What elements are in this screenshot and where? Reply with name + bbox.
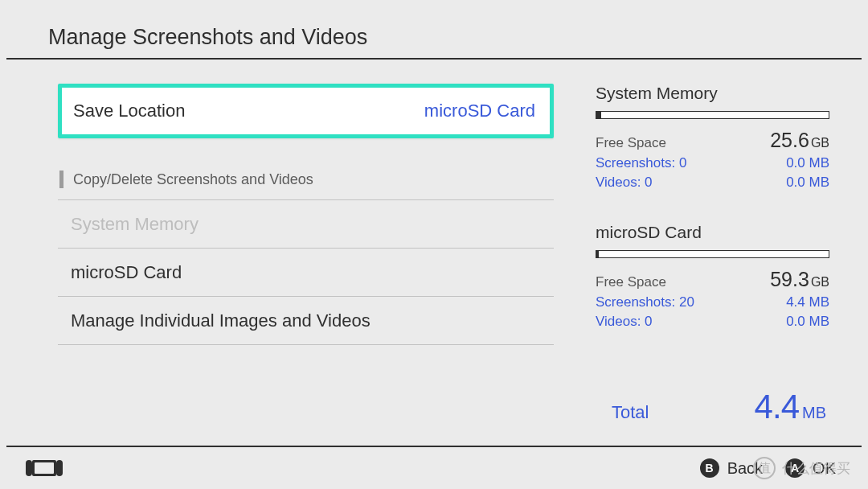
screenshots-row: Screenshots: 20 4.4 MB <box>596 294 829 310</box>
section-caption-text: Copy/Delete Screenshots and Videos <box>73 171 313 188</box>
a-button-label: OK <box>813 459 836 478</box>
storage-system-memory: System Memory Free Space 25.6GB Screensh… <box>596 84 829 191</box>
section-caption-bar-icon <box>59 171 63 188</box>
videos-row: Videos: 0 0.0 MB <box>596 314 829 330</box>
videos-key: Videos: 0 <box>596 314 653 330</box>
videos-val: 0.0 MB <box>786 314 829 330</box>
free-space-num: 59.3 <box>770 268 809 290</box>
footer-bar: B Back A OK <box>26 447 836 489</box>
page-title-text: Manage Screenshots and Videos <box>48 25 367 50</box>
videos-row: Videos: 0 0.0 MB <box>596 175 829 191</box>
page-title: Manage Screenshots and Videos <box>48 16 820 58</box>
menu-item-microsd[interactable]: microSD Card <box>58 249 554 297</box>
free-space-num: 25.6 <box>770 129 809 151</box>
screenshots-row: Screenshots: 0 0.0 MB <box>596 155 829 171</box>
screenshots-key: Screenshots: 20 <box>596 294 694 310</box>
screenshots-val: 0.0 MB <box>786 155 829 171</box>
videos-val: 0.0 MB <box>786 175 829 191</box>
left-column: Save Location microSD Card Copy/Delete S… <box>58 84 554 431</box>
free-space-unit: GB <box>811 136 829 150</box>
footer-buttons: B Back A OK <box>700 458 836 478</box>
svg-rect-1 <box>35 462 54 474</box>
svg-rect-2 <box>26 460 32 476</box>
save-location-row[interactable]: Save Location microSD Card <box>58 84 554 138</box>
free-space-label: Free Space <box>596 135 666 151</box>
menu-item-system-memory: System Memory <box>58 200 554 249</box>
storage-microsd: microSD Card Free Space 59.3GB Screensho… <box>596 223 829 330</box>
free-space-value: 59.3GB <box>770 268 829 291</box>
screenshots-val: 4.4 MB <box>786 294 829 310</box>
total-unit: MB <box>802 404 826 421</box>
menu-item-manage-individual[interactable]: Manage Individual Images and Videos <box>58 297 554 345</box>
free-space-row: Free Space 59.3GB <box>596 268 829 291</box>
section-caption: Copy/Delete Screenshots and Videos <box>58 171 554 200</box>
storage-bar-fill <box>596 251 599 257</box>
main-body: Save Location microSD Card Copy/Delete S… <box>58 84 829 431</box>
header-divider <box>6 58 862 60</box>
storage-title: microSD Card <box>596 223 829 242</box>
screenshots-key: Screenshots: 0 <box>596 155 686 171</box>
videos-key: Videos: 0 <box>596 175 653 191</box>
total-label: Total <box>612 402 649 423</box>
total-row: Total 4.4MB <box>596 388 829 426</box>
free-space-label: Free Space <box>596 274 666 290</box>
total-num: 4.4 <box>755 388 799 425</box>
b-button-icon: B <box>700 458 719 478</box>
controller-icon <box>26 459 63 477</box>
b-button-label: Back <box>727 459 763 478</box>
free-space-row: Free Space 25.6GB <box>596 129 829 152</box>
menu-item-label: System Memory <box>71 214 199 235</box>
a-button-icon: A <box>785 458 805 478</box>
menu-item-label: microSD Card <box>71 262 182 283</box>
menu-item-label: Manage Individual Images and Videos <box>71 310 371 331</box>
free-space-value: 25.6GB <box>770 129 829 152</box>
storage-bar <box>596 250 829 258</box>
total-value: 4.4MB <box>755 388 826 426</box>
free-space-unit: GB <box>811 275 829 289</box>
save-location-label: Save Location <box>73 101 185 121</box>
b-button-group[interactable]: B Back <box>700 458 763 478</box>
save-location-value: microSD Card <box>424 101 535 121</box>
right-column: System Memory Free Space 25.6GB Screensh… <box>554 84 829 431</box>
storage-bar-fill <box>596 112 601 118</box>
storage-title: System Memory <box>596 84 829 103</box>
a-button-group[interactable]: A OK <box>785 458 836 478</box>
storage-bar <box>596 111 829 119</box>
svg-rect-3 <box>56 460 63 476</box>
